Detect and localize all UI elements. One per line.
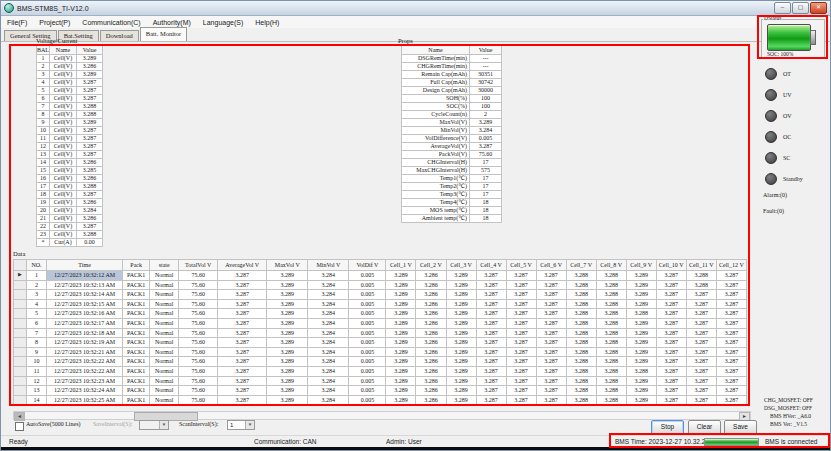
cell: 3.287	[536, 309, 566, 319]
cell: Normal	[150, 395, 179, 405]
stop-button[interactable]: Stop	[651, 420, 684, 435]
cell: 3.287	[716, 328, 746, 338]
row-marker	[14, 328, 27, 338]
cell: Cell(V)	[50, 87, 77, 95]
maximize-icon[interactable]: ▢	[792, 2, 809, 14]
close-icon[interactable]: ✕	[810, 2, 827, 14]
led-label: OT	[783, 71, 791, 77]
column-header: MinVol V	[308, 260, 349, 271]
table-row[interactable]: 1012/27/2023 10:32:22 AMPACK1Normal75.60…	[14, 357, 747, 367]
menu-item-help-h[interactable]: Help(H)	[249, 19, 285, 26]
cell: *	[37, 239, 50, 247]
table-row[interactable]: 812/27/2023 10:32:19 AMPACK1Normal75.603…	[14, 338, 747, 348]
cell: 3.289	[386, 366, 416, 376]
cell: Cell(V)	[50, 215, 77, 223]
cell: 3.289	[267, 309, 308, 319]
autosave-checkbox[interactable]	[15, 422, 24, 431]
cell: Normal	[150, 357, 179, 367]
table-row[interactable]: 212/27/2023 10:32:13 AMPACK1Normal75.603…	[14, 280, 747, 290]
led-indicator-icon	[765, 89, 777, 101]
cell: 3.288	[596, 366, 626, 376]
cell: 0.005	[349, 376, 386, 386]
cell: 12	[37, 143, 50, 151]
cell: 3.289	[626, 318, 656, 328]
tab-download[interactable]: Download	[100, 30, 139, 41]
led-row-sc: SC	[765, 153, 803, 163]
cell: Cell(V)	[50, 231, 77, 239]
table-row[interactable]: ▶112/27/2023 10:32:12 AMPACK1Normal75.60…	[14, 271, 747, 281]
cell: 3.284	[308, 386, 349, 396]
cell: CHGRemTime(min)	[402, 63, 470, 71]
scaninterval-select[interactable]: 1 ▼	[227, 420, 255, 430]
cell: Normal	[150, 318, 179, 328]
saveinterval-select[interactable]: ▼	[139, 420, 169, 430]
cell: 3.287	[686, 309, 716, 319]
cell: 3.287	[716, 309, 746, 319]
cell: 3.288	[626, 366, 656, 376]
cell: 75.60	[179, 386, 218, 396]
table-row[interactable]: 412/27/2023 10:32:15 AMPACK1Normal75.603…	[14, 299, 747, 309]
cell: 3.289	[386, 318, 416, 328]
cell: 3.289	[267, 299, 308, 309]
table-row: 22Cell(V)3.287	[37, 223, 103, 231]
menu-item-language-s[interactable]: Language(S)	[197, 19, 249, 26]
cell: 0.005	[349, 347, 386, 357]
table-row: 17Cell(V)3.288	[37, 183, 103, 191]
save-button[interactable]: Save	[724, 420, 757, 435]
cell: 3.287	[506, 347, 536, 357]
cell: 3.287	[506, 309, 536, 319]
cell: Cell(V)	[50, 95, 77, 103]
cell: 3.289	[446, 395, 476, 405]
cell: Cell(V)	[50, 183, 77, 191]
table-row[interactable]: 512/27/2023 10:32:16 AMPACK1Normal75.603…	[14, 309, 747, 319]
cell: 3.287	[218, 386, 267, 396]
cell: 3.289	[267, 318, 308, 328]
cell: SOC(%)	[402, 103, 470, 111]
table-row[interactable]: 1112/27/2023 10:32:22 AMPACK1Normal75.60…	[14, 366, 747, 376]
cell: 3.289	[626, 271, 656, 281]
cell: 3.287	[656, 357, 686, 367]
cell: 3.289	[626, 357, 656, 367]
menu-item-file-f[interactable]: File(F)	[1, 19, 33, 26]
table-row: 15Cell(V)3.285	[37, 167, 103, 175]
led-row-ot: OT	[765, 69, 803, 79]
table-row: 9Cell(V)3.289	[37, 119, 103, 127]
cell: 3.286	[416, 299, 446, 309]
table-row: Full Cap(mAh)30742	[402, 79, 502, 87]
menu-item-communication-c[interactable]: Communication(C)	[76, 19, 146, 26]
cell: 3.287	[656, 395, 686, 405]
cell: 3.287	[536, 280, 566, 290]
cell: 17	[470, 191, 502, 199]
led-label: Standby	[783, 176, 803, 182]
scroll-left-icon[interactable]: ◄	[14, 412, 25, 421]
table-row[interactable]: 1312/27/2023 10:32:24 AMPACK1Normal75.60…	[14, 386, 747, 396]
cell: 0.005	[349, 338, 386, 348]
led-indicator-icon	[765, 173, 777, 185]
minimize-icon[interactable]: –	[774, 2, 791, 14]
cell: Cell(V)	[50, 79, 77, 87]
table-row[interactable]: 1212/27/2023 10:32:23 AMPACK1Normal75.60…	[14, 376, 747, 386]
bottom-edge	[1, 447, 830, 451]
row-marker	[14, 347, 27, 357]
cell: 0.005	[470, 135, 502, 143]
cell: 3.287	[77, 79, 103, 87]
cell: Cell(V)	[50, 111, 77, 119]
cell: Ambient temp(℃)	[402, 215, 470, 223]
menu-item-project-p[interactable]: Project(P)	[33, 19, 76, 26]
table-row[interactable]: 1412/27/2023 10:32:25 AMPACK1Normal75.60…	[14, 395, 747, 405]
column-header: Cell_6 V	[536, 260, 566, 271]
tab-batt-monitor[interactable]: Batt. Monitor	[140, 27, 187, 41]
cell: Temp4(℃)	[402, 199, 470, 207]
menu-item-authority-m[interactable]: Authority(M)	[147, 19, 197, 26]
cell: 3.287	[506, 280, 536, 290]
horizontal-scrollbar[interactable]: ◄ ►	[13, 411, 751, 420]
table-row: PackVol(V)75.60	[402, 151, 502, 159]
table-row[interactable]: 912/27/2023 10:32:21 AMPACK1Normal75.603…	[14, 347, 747, 357]
table-row[interactable]: 712/27/2023 10:32:18 AMPACK1Normal75.603…	[14, 328, 747, 338]
table-row: 20Cell(V)3.284	[37, 207, 103, 215]
clear-button[interactable]: Clear	[688, 420, 721, 435]
cell: Normal	[150, 347, 179, 357]
table-row[interactable]: 612/27/2023 10:32:17 AMPACK1Normal75.603…	[14, 318, 747, 328]
table-row[interactable]: 312/27/2023 10:32:14 AMPACK1Normal75.603…	[14, 290, 747, 300]
cell: 3.287	[218, 338, 267, 348]
